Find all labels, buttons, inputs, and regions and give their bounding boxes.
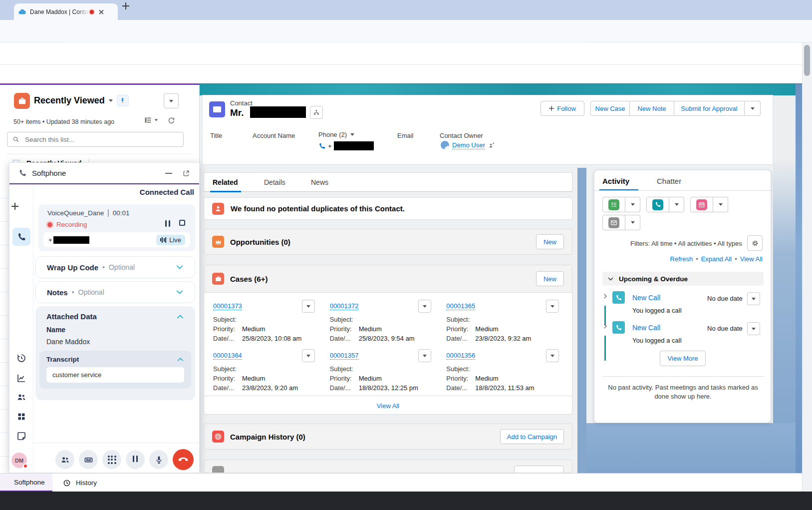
voicemail-drop-button[interactable]	[79, 450, 98, 469]
mute-button[interactable]	[149, 450, 168, 469]
rail-analytics-icon[interactable]	[16, 373, 26, 383]
scrollbar-thumb[interactable]	[804, 45, 810, 76]
case-row-menu[interactable]	[546, 349, 559, 362]
case-row-menu[interactable]	[302, 300, 315, 313]
new-event-button[interactable]	[690, 197, 713, 212]
case-link[interactable]: 00001364	[213, 352, 242, 360]
notes-section[interactable]: Notes • Optional	[35, 281, 195, 303]
cases-new-button[interactable]: New	[536, 271, 564, 286]
activity-filter-gear-button[interactable]	[747, 235, 763, 251]
opportunities-new-button[interactable]: New	[536, 234, 564, 249]
popout-icon[interactable]	[182, 169, 190, 177]
transcript-value[interactable]: customer service	[46, 367, 184, 383]
campaign-title[interactable]: Campaign History (0)	[230, 433, 305, 441]
list-search[interactable]	[7, 132, 184, 147]
rail-agents-icon[interactable]	[16, 392, 26, 402]
end-call-button[interactable]	[173, 449, 194, 470]
activity-item-menu[interactable]	[747, 322, 760, 335]
case-link[interactable]: 00001357	[330, 352, 359, 360]
transcript-card: Transcript customer service	[39, 351, 191, 389]
upcoming-overdue-title: Upcoming & Overdue	[619, 275, 688, 283]
email-button[interactable]	[602, 215, 625, 230]
view-all-link[interactable]: View All	[740, 255, 763, 263]
rail-phone-tab[interactable]	[12, 228, 30, 246]
activity-item-link[interactable]: New Call	[632, 294, 660, 302]
timeline-expand-icon[interactable]	[602, 293, 608, 299]
case-row-menu[interactable]	[546, 300, 559, 313]
conference-button[interactable]	[55, 450, 74, 469]
activity-item-link[interactable]: New Call	[632, 324, 660, 332]
new-case-button[interactable]: New Case	[590, 101, 630, 116]
add-to-campaign-button[interactable]: Add to Campaign	[500, 429, 564, 444]
rail-history-icon[interactable]	[16, 353, 26, 363]
log-call-button[interactable]	[646, 197, 669, 212]
activity-item-menu[interactable]	[747, 292, 760, 305]
pause-recording-icon[interactable]	[164, 220, 171, 229]
case-link[interactable]: 00001373	[213, 302, 242, 310]
stop-recording-icon[interactable]	[179, 220, 185, 226]
owner-link[interactable]: Demo User	[452, 141, 485, 149]
case-row-menu[interactable]	[418, 300, 431, 313]
case-link[interactable]: 00001372	[330, 302, 359, 310]
dialpad-button[interactable]	[102, 450, 121, 469]
tab-news[interactable]: News	[311, 178, 328, 186]
new-task-button[interactable]	[602, 197, 625, 212]
chevron-up-icon[interactable]	[176, 313, 184, 321]
utility-softphone-tab[interactable]: Softphone	[0, 474, 52, 492]
browser-tab-strip: Dane Maddox | Contact | Sal	[0, 0, 812, 20]
expand-all-link[interactable]: Expand All	[701, 255, 732, 263]
view-more-button[interactable]: View More	[660, 351, 706, 366]
tab-details[interactable]: Details	[264, 178, 285, 186]
follow-button[interactable]: Follow	[541, 101, 584, 116]
tab-activity[interactable]: Activity	[602, 177, 629, 185]
hierarchy-button[interactable]	[310, 106, 323, 119]
case-link[interactable]: 00001356	[446, 352, 475, 360]
list-refresh-icon[interactable]	[167, 116, 176, 124]
submit-for-approval-button[interactable]: Submit for Approval	[674, 101, 745, 116]
chevron-down-icon[interactable]	[176, 263, 184, 271]
case-link[interactable]: 00001365	[446, 302, 475, 310]
new-note-button[interactable]: New Note	[630, 101, 674, 116]
more-actions-dropdown[interactable]	[745, 101, 761, 116]
rail-notes-icon[interactable]	[16, 431, 26, 441]
phone-dropdown-icon[interactable]	[350, 133, 354, 136]
phone-value[interactable]: +	[318, 141, 374, 150]
call-dropdown[interactable]	[669, 197, 684, 212]
case-row-menu[interactable]	[418, 349, 431, 362]
change-owner-icon[interactable]	[488, 142, 495, 149]
event-dropdown[interactable]	[713, 197, 728, 212]
tab-related[interactable]: Related	[213, 178, 238, 186]
tab-close-icon[interactable]	[97, 7, 106, 16]
chevron-down-icon[interactable]	[176, 288, 184, 296]
minimize-icon[interactable]	[165, 173, 172, 174]
upcoming-overdue-header[interactable]: Upcoming & Overdue	[602, 272, 764, 286]
cases-view-all-link[interactable]: View All	[377, 402, 399, 410]
rail-apps-grid-icon[interactable]	[16, 412, 26, 422]
wrap-up-code-section[interactable]: Wrap Up Code • Optional	[35, 256, 195, 278]
hold-button[interactable]	[126, 450, 145, 469]
case-row-menu[interactable]	[302, 349, 315, 362]
call-card: VoiceQueue_Dane 00:01 Recording + Live	[38, 204, 195, 251]
refresh-link[interactable]: Refresh	[670, 255, 693, 263]
field-phone[interactable]: Phone (2)	[318, 131, 354, 138]
list-view-dropdown-icon[interactable]	[109, 99, 113, 102]
list-search-input[interactable]	[24, 135, 178, 144]
chevron-up-icon[interactable]	[177, 356, 184, 363]
pin-icon[interactable]	[117, 95, 129, 106]
list-title-row[interactable]: Recently Viewed	[34, 95, 129, 106]
list-view-title[interactable]: Recently Viewed	[34, 95, 105, 106]
utility-history-tab[interactable]: History	[54, 474, 106, 492]
softphone-panel: Softphone DM Connected Call VoiceQueue_D…	[9, 162, 200, 473]
opportunities-title[interactable]: Opportunities (0)	[230, 238, 290, 246]
record-type-label: Contact	[230, 99, 253, 107]
timeline-expand-icon[interactable]	[602, 323, 608, 329]
list-actions-dropdown[interactable]	[164, 93, 179, 108]
browser-scrollbar[interactable]	[802, 42, 812, 492]
cases-list-icon	[14, 93, 30, 109]
task-dropdown[interactable]	[625, 197, 640, 212]
cases-title[interactable]: Cases (6+)	[230, 275, 268, 283]
email-dropdown[interactable]	[625, 215, 640, 230]
tab-chatter[interactable]: Chatter	[657, 177, 681, 185]
browser-tab[interactable]: Dane Maddox | Contact | Sal	[14, 3, 118, 20]
display-as-button[interactable]	[144, 116, 158, 124]
